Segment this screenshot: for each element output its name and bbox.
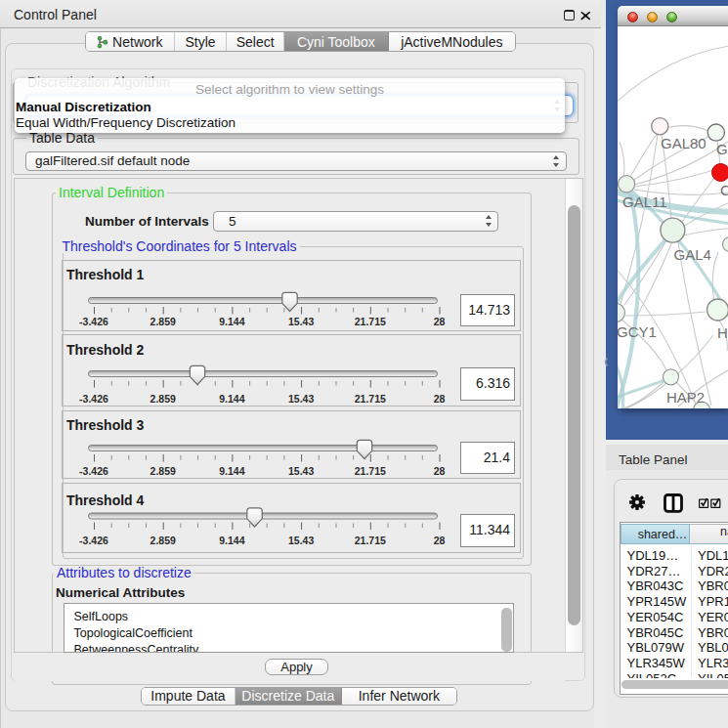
svg-text:GCY1: GCY1 <box>618 323 657 340</box>
svg-text:H: H <box>717 324 728 341</box>
svg-text:GA: GA <box>716 141 728 157</box>
svg-text:GAL11: GAL11 <box>622 193 667 210</box>
svg-text:HAP2: HAP2 <box>666 389 705 406</box>
svg-text:C: C <box>720 182 728 198</box>
svg-text:GAL4: GAL4 <box>674 246 711 263</box>
svg-text:GAL80: GAL80 <box>661 135 707 151</box>
